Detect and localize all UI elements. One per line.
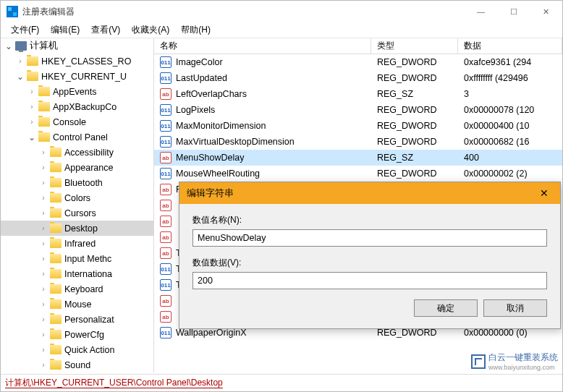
dialog-body: 数值名称(N): 数值数据(V): 确定 取消 bbox=[179, 204, 560, 328]
dialog-title-bar[interactable]: 编辑字符串 ✕ bbox=[179, 182, 560, 204]
dialog-title: 编辑字符串 bbox=[187, 187, 234, 200]
value-data-label: 数值数据(V): bbox=[192, 257, 547, 269]
value-data-input[interactable] bbox=[192, 272, 547, 289]
value-name-label: 数值名称(N): bbox=[192, 214, 547, 226]
value-name-input[interactable] bbox=[192, 229, 547, 247]
dialog-close-button[interactable]: ✕ bbox=[536, 187, 553, 199]
ok-button[interactable]: 确定 bbox=[414, 299, 478, 317]
cancel-button[interactable]: 取消 bbox=[483, 299, 547, 317]
dialog-overlay: 编辑字符串 ✕ 数值名称(N): 数值数据(V): 确定 取消 bbox=[1, 1, 562, 391]
edit-string-dialog: 编辑字符串 ✕ 数值名称(N): 数值数据(V): 确定 取消 bbox=[179, 182, 561, 329]
